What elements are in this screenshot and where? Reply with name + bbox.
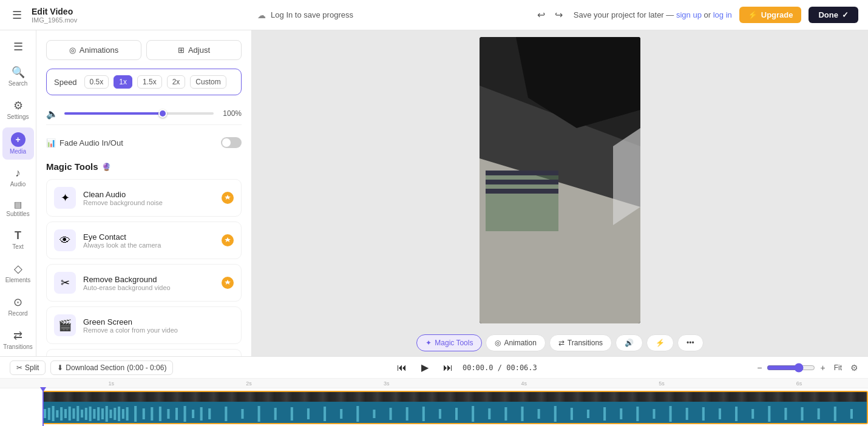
svg-rect-48: [307, 408, 310, 419]
volume-icon: 🔈: [46, 108, 58, 120]
ruler-mark-2s: 2s: [246, 380, 252, 387]
toolbar-enhance[interactable]: ⚡: [646, 334, 674, 351]
timeline-ruler: 1s 2s 3s 4s 5s 6s: [0, 379, 868, 388]
speed-label: Speed: [54, 78, 77, 87]
zoom-out-button[interactable]: −: [757, 363, 762, 373]
speed-1.5x[interactable]: 1.5x: [137, 75, 162, 89]
speed-control: Speed 0.5x 1x 1.5x 2x Custom: [46, 69, 242, 95]
elements-icon: ◇: [14, 262, 22, 276]
svg-rect-78: [801, 407, 804, 421]
zoom-in-button[interactable]: +: [820, 363, 825, 373]
svg-rect-63: [554, 406, 557, 422]
speed-2x[interactable]: 2x: [167, 75, 186, 89]
svg-rect-15: [56, 410, 58, 418]
svg-rect-21: [81, 410, 83, 418]
split-icon: ✂: [16, 363, 22, 372]
skip-forward-button[interactable]: ⏭: [439, 359, 456, 376]
magic-item-magic-cut[interactable]: ✂ Magic Cut Remove ums, ahs and bad take…: [46, 349, 242, 356]
svg-rect-43: [225, 407, 227, 421]
transitions-toolbar-icon: ⇄: [558, 339, 565, 347]
sign-up-link[interactable]: sign up: [676, 10, 702, 19]
timeline-settings-button[interactable]: ⚙: [850, 363, 858, 373]
ruler-mark-6s: 6s: [796, 380, 802, 387]
sidebar-item-subtitles[interactable]: ▤ Subtitles: [2, 195, 34, 222]
toolbar-volume[interactable]: 🔊: [615, 334, 643, 351]
split-button[interactable]: ✂ Split: [10, 360, 46, 375]
zoom-slider[interactable]: [767, 363, 815, 373]
tab-animations[interactable]: ◎ Animations: [46, 40, 141, 60]
more-toolbar-icon: •••: [687, 339, 694, 347]
svg-rect-38: [175, 408, 178, 420]
toolbar-more[interactable]: •••: [677, 334, 704, 351]
timeline-area: ✂ Split ⬇ Download Section (0:00 - 0:06)…: [0, 356, 868, 426]
svg-rect-13: [48, 408, 50, 420]
fit-button[interactable]: Fit: [830, 362, 846, 373]
svg-rect-29: [114, 408, 116, 420]
magic-tools-label: Magic Tools: [46, 161, 98, 172]
magic-item-eye-contact[interactable]: 👁 Eye Contact Always look at the camera: [46, 221, 242, 259]
undo-button[interactable]: ↩: [534, 7, 549, 23]
sidebar-item-audio[interactable]: ♪ Audio: [2, 162, 34, 192]
audio-icon: ♪: [15, 167, 21, 180]
speed-1x[interactable]: 1x: [114, 75, 132, 89]
search-label: Search: [8, 80, 28, 87]
speed-custom[interactable]: Custom: [190, 75, 226, 89]
topbar: ☰ Edit Video IMG_1965.mov ☁ Log In to sa…: [0, 0, 868, 30]
svg-rect-36: [159, 407, 161, 421]
download-section-button[interactable]: ⬇ Download Section (0:00 - 0:06): [50, 360, 173, 375]
sidebar-item-text[interactable]: T Text: [2, 225, 34, 255]
volume-toolbar-icon: 🔊: [625, 339, 634, 347]
text-label: Text: [12, 243, 23, 250]
svg-rect-26: [101, 408, 104, 419]
svg-rect-46: [274, 408, 277, 420]
magic-item-clean-audio[interactable]: ✦ Clean Audio Remove background noise: [46, 179, 242, 217]
log-in-notice[interactable]: Log In to save progress: [271, 10, 353, 19]
hamburger-menu[interactable]: ☰: [10, 6, 24, 24]
speed-0.5x[interactable]: 0.5x: [84, 75, 109, 89]
panel-tabs: ◎ Animations ⊞ Adjust: [46, 40, 242, 60]
magic-item-green-screen[interactable]: 🎬 Green Screen Remove a color from your …: [46, 306, 242, 344]
sidebar-item-settings[interactable]: ⚙ Settings: [2, 94, 34, 125]
sidebar-item-media[interactable]: + Media: [2, 127, 34, 160]
ruler-mark-1s: 1s: [109, 380, 115, 387]
ruler-mark-3s: 3s: [384, 380, 390, 387]
tab-adjust[interactable]: ⊞ Adjust: [146, 40, 242, 60]
toolbar-magic-tools[interactable]: ✦ Magic Tools: [416, 334, 482, 351]
waveform-svg: [44, 403, 867, 424]
svg-rect-14: [52, 406, 55, 421]
eye-contact-text: Eye Contact Always look at the camera: [83, 232, 161, 249]
toolbar-animation[interactable]: ◎ Animation: [486, 334, 545, 351]
svg-rect-44: [241, 409, 243, 419]
ruler-marks-row: 1s 2s 3s 4s 5s 6s: [42, 380, 868, 387]
download-icon: ⬇: [57, 363, 63, 372]
sidebar-item-transitions[interactable]: ⇄ Transitions: [2, 324, 34, 355]
undo-redo-group: ↩ ↪: [534, 7, 566, 23]
timeline-center-controls: ⏮ ▶ ⏭ 00:00.0 / 00:06.3: [393, 359, 537, 376]
done-button[interactable]: Done ✓: [809, 7, 858, 23]
volume-thumb[interactable]: [158, 109, 167, 118]
animations-tab-icon: ◎: [69, 46, 76, 55]
magic-item-remove-background[interactable]: ✂ Remove Background Auto-erase backgroun…: [46, 264, 242, 302]
video-content: [480, 37, 640, 323]
fade-toggle[interactable]: [221, 137, 242, 148]
upgrade-button[interactable]: ⚡ Upgrade: [739, 7, 802, 23]
play-button[interactable]: ▶: [416, 359, 433, 376]
hamburger-icon: ☰: [13, 40, 23, 53]
svg-rect-57: [455, 408, 458, 420]
sidebar-item-elements[interactable]: ◇ Elements: [2, 257, 34, 288]
text-icon: T: [15, 229, 21, 242]
track-content[interactable]: [42, 391, 868, 424]
fade-label-text: Fade Audio In/Out: [59, 138, 123, 147]
sidebar-item-record[interactable]: ⊙ Record: [2, 291, 34, 322]
log-in-link[interactable]: log in: [713, 10, 732, 19]
skip-back-button[interactable]: ⏮: [393, 359, 410, 376]
record-label: Record: [8, 310, 27, 317]
redo-button[interactable]: ↪: [551, 7, 566, 23]
transitions-icon: ⇄: [13, 329, 22, 342]
remove-background-text: Remove Background Auto-erase background …: [83, 275, 171, 291]
main-layout: ☰ 🔍 Search ⚙ Settings + Media ♪ Audio ▤ …: [0, 30, 868, 356]
sidebar-item-search[interactable]: 🔍 Search: [2, 61, 34, 92]
sidebar-item-hamburger[interactable]: ☰: [2, 35, 34, 58]
toolbar-transitions[interactable]: ⇄ Transitions: [549, 334, 612, 351]
video-frame: [480, 37, 640, 323]
